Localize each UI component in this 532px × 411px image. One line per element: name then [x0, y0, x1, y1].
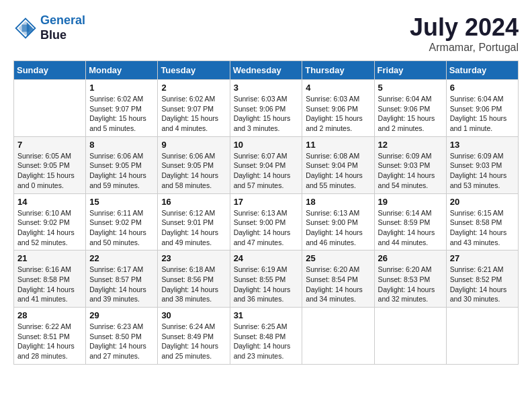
- day-info: Sunrise: 6:17 AM Sunset: 8:57 PM Dayligh…: [89, 265, 154, 304]
- page-header: General Blue July 2024 Armamar, Portugal: [13, 13, 519, 54]
- calendar-cell: 11Sunrise: 6:08 AM Sunset: 9:04 PM Dayli…: [302, 136, 374, 193]
- location-title: Armamar, Portugal: [410, 42, 519, 54]
- day-number: 1: [89, 83, 154, 93]
- weekday-header-monday: Monday: [86, 61, 158, 80]
- day-number: 20: [450, 197, 515, 207]
- calendar-cell: 23Sunrise: 6:18 AM Sunset: 8:56 PM Dayli…: [158, 250, 230, 308]
- day-info: Sunrise: 6:09 AM Sunset: 9:03 PM Dayligh…: [450, 151, 515, 191]
- logo-icon: [13, 16, 38, 40]
- calendar-cell: 19Sunrise: 6:14 AM Sunset: 8:59 PM Dayli…: [374, 193, 446, 250]
- day-info: Sunrise: 6:08 AM Sunset: 9:04 PM Dayligh…: [306, 151, 370, 191]
- day-info: Sunrise: 6:19 AM Sunset: 8:55 PM Dayligh…: [234, 265, 299, 304]
- weekday-header-thursday: Thursday: [302, 61, 374, 80]
- calendar-cell: 10Sunrise: 6:07 AM Sunset: 9:04 PM Dayli…: [230, 136, 302, 193]
- day-number: 12: [378, 140, 443, 150]
- calendar-cell: 17Sunrise: 6:13 AM Sunset: 9:00 PM Dayli…: [230, 193, 302, 250]
- day-info: Sunrise: 6:14 AM Sunset: 8:59 PM Dayligh…: [378, 208, 443, 248]
- day-number: 31: [234, 310, 299, 320]
- day-number: 5: [378, 83, 443, 93]
- calendar-cell: 3Sunrise: 6:03 AM Sunset: 9:06 PM Daylig…: [230, 80, 302, 137]
- day-info: Sunrise: 6:21 AM Sunset: 8:52 PM Dayligh…: [450, 265, 515, 304]
- calendar-cell: 4Sunrise: 6:03 AM Sunset: 9:06 PM Daylig…: [302, 80, 374, 137]
- calendar-week-2: 7Sunrise: 6:05 AM Sunset: 9:05 PM Daylig…: [14, 136, 519, 193]
- day-info: Sunrise: 6:07 AM Sunset: 9:04 PM Dayligh…: [234, 151, 299, 191]
- logo-text-general: General: [40, 13, 85, 28]
- day-info: Sunrise: 6:02 AM Sunset: 9:07 PM Dayligh…: [89, 94, 154, 134]
- calendar-cell: 21Sunrise: 6:16 AM Sunset: 8:58 PM Dayli…: [14, 250, 86, 308]
- day-number: 29: [89, 310, 154, 320]
- calendar-cell: 18Sunrise: 6:13 AM Sunset: 9:00 PM Dayli…: [302, 193, 374, 250]
- day-info: Sunrise: 6:12 AM Sunset: 9:01 PM Dayligh…: [161, 208, 226, 248]
- day-info: Sunrise: 6:04 AM Sunset: 9:06 PM Dayligh…: [450, 94, 515, 134]
- day-number: 22: [89, 253, 154, 263]
- day-number: 14: [17, 197, 82, 207]
- calendar-cell: 7Sunrise: 6:05 AM Sunset: 9:05 PM Daylig…: [14, 136, 86, 193]
- day-info: Sunrise: 6:02 AM Sunset: 9:07 PM Dayligh…: [161, 94, 226, 134]
- weekday-header-sunday: Sunday: [14, 61, 86, 80]
- day-info: Sunrise: 6:09 AM Sunset: 9:03 PM Dayligh…: [378, 151, 443, 191]
- day-number: 30: [161, 310, 226, 320]
- calendar-cell: [446, 308, 518, 365]
- weekday-header-tuesday: Tuesday: [158, 61, 230, 80]
- calendar-cell: 29Sunrise: 6:23 AM Sunset: 8:50 PM Dayli…: [86, 308, 158, 365]
- calendar-week-5: 28Sunrise: 6:22 AM Sunset: 8:51 PM Dayli…: [14, 308, 519, 365]
- calendar-header: SundayMondayTuesdayWednesdayThursdayFrid…: [14, 61, 519, 80]
- day-number: 24: [234, 253, 299, 263]
- day-number: 7: [17, 140, 82, 150]
- day-number: 3: [234, 83, 299, 93]
- calendar-week-1: 1Sunrise: 6:02 AM Sunset: 9:07 PM Daylig…: [14, 80, 519, 137]
- day-number: 2: [161, 83, 226, 93]
- weekday-row: SundayMondayTuesdayWednesdayThursdayFrid…: [14, 61, 519, 80]
- calendar-cell: 2Sunrise: 6:02 AM Sunset: 9:07 PM Daylig…: [158, 80, 230, 137]
- day-info: Sunrise: 6:11 AM Sunset: 9:02 PM Dayligh…: [89, 208, 154, 248]
- calendar-cell: 28Sunrise: 6:22 AM Sunset: 8:51 PM Dayli…: [14, 308, 86, 365]
- day-info: Sunrise: 6:23 AM Sunset: 8:50 PM Dayligh…: [89, 322, 154, 361]
- calendar-week-4: 21Sunrise: 6:16 AM Sunset: 8:58 PM Dayli…: [14, 250, 519, 308]
- month-title: July 2024: [410, 13, 519, 42]
- day-number: 11: [306, 140, 370, 150]
- day-number: 8: [89, 140, 154, 150]
- calendar-cell: 8Sunrise: 6:06 AM Sunset: 9:05 PM Daylig…: [86, 136, 158, 193]
- calendar-cell: 30Sunrise: 6:24 AM Sunset: 8:49 PM Dayli…: [158, 308, 230, 365]
- day-number: 21: [17, 253, 82, 263]
- day-number: 27: [450, 253, 515, 263]
- calendar-cell: 6Sunrise: 6:04 AM Sunset: 9:06 PM Daylig…: [446, 80, 518, 137]
- calendar-cell: 16Sunrise: 6:12 AM Sunset: 9:01 PM Dayli…: [158, 193, 230, 250]
- calendar-cell: [374, 308, 446, 365]
- calendar-cell: 12Sunrise: 6:09 AM Sunset: 9:03 PM Dayli…: [374, 136, 446, 193]
- day-number: 13: [450, 140, 515, 150]
- day-number: 28: [17, 310, 82, 320]
- calendar-cell: 9Sunrise: 6:06 AM Sunset: 9:05 PM Daylig…: [158, 136, 230, 193]
- day-number: 15: [89, 197, 154, 207]
- day-number: 18: [306, 197, 370, 207]
- calendar-cell: 1Sunrise: 6:02 AM Sunset: 9:07 PM Daylig…: [86, 80, 158, 137]
- day-info: Sunrise: 6:20 AM Sunset: 8:54 PM Dayligh…: [306, 265, 370, 304]
- logo: General Blue: [13, 13, 85, 42]
- calendar-week-3: 14Sunrise: 6:10 AM Sunset: 9:02 PM Dayli…: [14, 193, 519, 250]
- calendar-cell: 13Sunrise: 6:09 AM Sunset: 9:03 PM Dayli…: [446, 136, 518, 193]
- calendar-cell: 24Sunrise: 6:19 AM Sunset: 8:55 PM Dayli…: [230, 250, 302, 308]
- calendar-cell: 14Sunrise: 6:10 AM Sunset: 9:02 PM Dayli…: [14, 193, 86, 250]
- day-number: 17: [234, 197, 299, 207]
- day-number: 6: [450, 83, 515, 93]
- day-number: 23: [161, 253, 226, 263]
- calendar-cell: 25Sunrise: 6:20 AM Sunset: 8:54 PM Dayli…: [302, 250, 374, 308]
- calendar-cell: 31Sunrise: 6:25 AM Sunset: 8:48 PM Dayli…: [230, 308, 302, 365]
- day-info: Sunrise: 6:16 AM Sunset: 8:58 PM Dayligh…: [17, 265, 82, 304]
- day-number: 16: [161, 197, 226, 207]
- weekday-header-saturday: Saturday: [446, 61, 518, 80]
- weekday-header-wednesday: Wednesday: [230, 61, 302, 80]
- day-number: 19: [378, 197, 443, 207]
- day-info: Sunrise: 6:10 AM Sunset: 9:02 PM Dayligh…: [17, 208, 82, 248]
- day-info: Sunrise: 6:13 AM Sunset: 9:00 PM Dayligh…: [234, 208, 299, 248]
- calendar-cell: 22Sunrise: 6:17 AM Sunset: 8:57 PM Dayli…: [86, 250, 158, 308]
- weekday-header-friday: Friday: [374, 61, 446, 80]
- day-info: Sunrise: 6:24 AM Sunset: 8:49 PM Dayligh…: [161, 322, 226, 361]
- day-number: 26: [378, 253, 443, 263]
- day-info: Sunrise: 6:18 AM Sunset: 8:56 PM Dayligh…: [161, 265, 226, 304]
- calendar-cell: 5Sunrise: 6:04 AM Sunset: 9:06 PM Daylig…: [374, 80, 446, 137]
- title-block: July 2024 Armamar, Portugal: [410, 13, 519, 54]
- day-info: Sunrise: 6:06 AM Sunset: 9:05 PM Dayligh…: [89, 151, 154, 191]
- day-number: 25: [306, 253, 370, 263]
- calendar-cell: 20Sunrise: 6:15 AM Sunset: 8:58 PM Dayli…: [446, 193, 518, 250]
